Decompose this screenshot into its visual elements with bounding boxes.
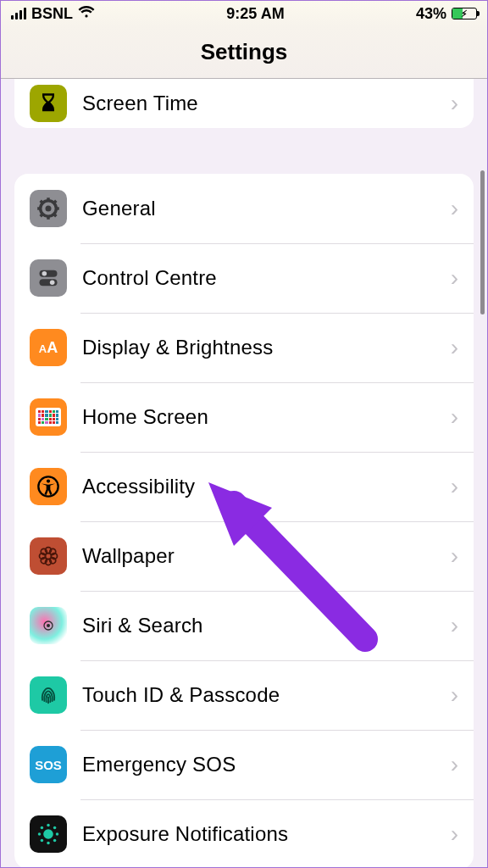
svg-line-8 bbox=[41, 214, 44, 217]
svg-point-29 bbox=[47, 842, 50, 845]
row-label: Exposure Notifications bbox=[82, 822, 451, 846]
hourglass-icon bbox=[30, 85, 67, 122]
row-label: Accessibility bbox=[82, 475, 451, 498]
svg-point-1 bbox=[46, 206, 52, 212]
row-exposure-notifications[interactable]: Exposure Notifications › bbox=[14, 799, 474, 868]
row-label: Display & Brightness bbox=[82, 336, 451, 359]
exposure-icon bbox=[30, 815, 67, 853]
status-left: BSNL bbox=[11, 5, 95, 23]
svg-point-27 bbox=[43, 829, 53, 839]
row-siri-search[interactable]: Siri & Search › bbox=[14, 591, 474, 660]
chevron-right-icon: › bbox=[451, 751, 458, 778]
cellular-signal-icon bbox=[11, 8, 26, 19]
chevron-right-icon: › bbox=[451, 403, 458, 431]
chevron-right-icon: › bbox=[451, 542, 458, 570]
svg-point-13 bbox=[50, 280, 55, 285]
chevron-right-icon: › bbox=[451, 334, 458, 361]
nav-bar: Settings bbox=[1, 26, 487, 79]
wifi-icon bbox=[78, 5, 95, 23]
siri-icon bbox=[30, 607, 67, 644]
row-label: Control Centre bbox=[82, 266, 451, 290]
svg-point-30 bbox=[38, 832, 42, 836]
chevron-right-icon: › bbox=[451, 682, 458, 709]
svg-line-6 bbox=[41, 201, 44, 204]
svg-point-26 bbox=[47, 624, 50, 627]
row-label: General bbox=[82, 197, 451, 220]
accessibility-icon bbox=[30, 468, 67, 505]
row-home-screen[interactable]: Home Screen › bbox=[14, 382, 474, 452]
svg-line-9 bbox=[53, 201, 57, 204]
sos-icon: SOS bbox=[30, 746, 67, 783]
row-label: Emergency SOS bbox=[82, 753, 451, 776]
scrollbar-thumb[interactable] bbox=[480, 170, 485, 314]
chevron-right-icon: › bbox=[451, 90, 458, 117]
svg-point-34 bbox=[53, 826, 57, 830]
toggles-icon bbox=[30, 259, 67, 297]
row-label: Home Screen bbox=[82, 405, 451, 429]
status-right: 43% ⚡︎ bbox=[416, 5, 477, 23]
svg-point-32 bbox=[41, 826, 44, 830]
settings-group-main: General › Control Centre › AA Display & … bbox=[14, 174, 474, 868]
fingerprint-icon bbox=[30, 676, 67, 714]
clock-label: 9:25 AM bbox=[226, 5, 284, 23]
battery-icon: ⚡︎ bbox=[452, 8, 477, 19]
row-label: Screen Time bbox=[82, 92, 451, 115]
settings-scroll[interactable]: Screen Time › General › Control Centre ›… bbox=[1, 79, 487, 868]
chevron-right-icon: › bbox=[451, 264, 458, 292]
chevron-right-icon: › bbox=[451, 473, 458, 500]
svg-line-7 bbox=[53, 214, 57, 217]
row-wallpaper[interactable]: Wallpaper › bbox=[14, 521, 474, 591]
row-label: Wallpaper bbox=[82, 544, 451, 568]
row-control-centre[interactable]: Control Centre › bbox=[14, 243, 474, 313]
gear-icon bbox=[30, 190, 67, 227]
chevron-right-icon: › bbox=[451, 612, 458, 639]
row-emergency-sos[interactable]: SOS Emergency SOS › bbox=[14, 730, 474, 799]
row-touch-id[interactable]: Touch ID & Passcode › bbox=[14, 660, 474, 730]
svg-point-28 bbox=[47, 824, 50, 827]
row-screen-time[interactable]: Screen Time › bbox=[14, 79, 474, 128]
row-label: Siri & Search bbox=[82, 614, 451, 637]
row-general[interactable]: General › bbox=[14, 174, 474, 243]
text-size-icon: AA bbox=[30, 329, 67, 366]
row-display-brightness[interactable]: AA Display & Brightness › bbox=[14, 313, 474, 382]
sos-icon-text: SOS bbox=[35, 758, 62, 772]
row-label: Touch ID & Passcode bbox=[82, 683, 451, 707]
row-accessibility[interactable]: Accessibility › bbox=[14, 452, 474, 521]
svg-point-35 bbox=[41, 839, 44, 843]
svg-point-11 bbox=[42, 271, 47, 276]
app-grid-icon bbox=[30, 398, 67, 436]
svg-point-15 bbox=[47, 479, 50, 482]
page-title: Settings bbox=[201, 39, 288, 65]
status-bar: BSNL 9:25 AM 43% ⚡︎ bbox=[1, 1, 487, 26]
chevron-right-icon: › bbox=[451, 821, 458, 848]
settings-group-partial: Screen Time › bbox=[14, 79, 474, 128]
chevron-right-icon: › bbox=[451, 195, 458, 222]
svg-point-31 bbox=[56, 832, 59, 836]
svg-point-33 bbox=[53, 839, 57, 843]
flower-icon bbox=[30, 537, 67, 575]
battery-percent-label: 43% bbox=[416, 5, 446, 23]
carrier-label: BSNL bbox=[31, 5, 73, 23]
